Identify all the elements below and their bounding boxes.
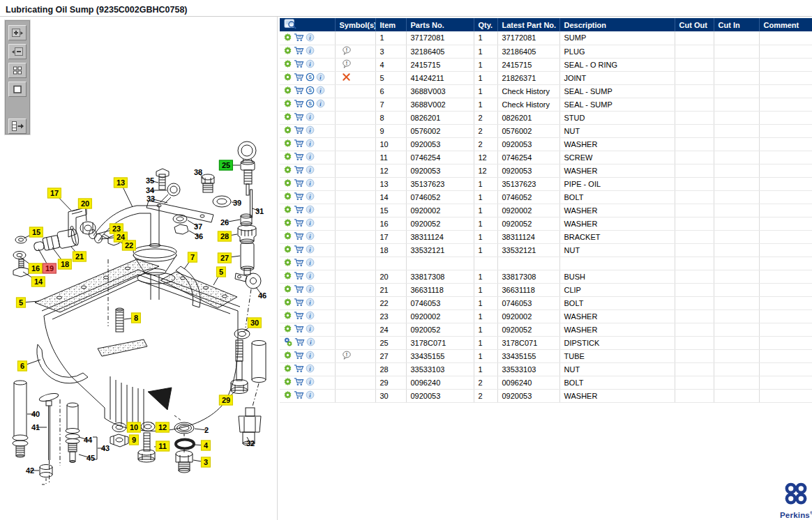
callout-11[interactable]: 11 (156, 441, 170, 452)
configure-icon[interactable] (283, 112, 292, 123)
callout-38[interactable]: 38 (191, 167, 205, 178)
callout-35[interactable]: 35 (143, 176, 157, 186)
info-icon[interactable]: i (306, 139, 315, 149)
configure-icon[interactable] (283, 46, 292, 56)
toggle-list-button[interactable] (8, 118, 27, 134)
configure-icon[interactable] (283, 298, 292, 308)
add-to-basket-icon[interactable] (294, 364, 304, 374)
add-to-basket-icon[interactable] (294, 218, 304, 229)
not-fitted-x-icon[interactable] (342, 75, 351, 83)
info-icon[interactable]: i (306, 351, 315, 361)
callout-46[interactable]: 46 (255, 291, 269, 301)
callout-42[interactable]: 42 (23, 466, 37, 476)
info-icon[interactable]: i (306, 271, 315, 282)
callout-7[interactable]: 7 (188, 252, 197, 263)
supersession-icon[interactable]: S (306, 99, 315, 109)
add-to-basket-icon[interactable] (294, 351, 304, 361)
tile-windows-button[interactable] (8, 63, 27, 78)
configure-icon[interactable] (283, 165, 292, 176)
table-row-item-30[interactable]: i30092005320920053WASHER (280, 389, 812, 402)
table-row-item-12[interactable]: i120920053120920053WASHER (280, 164, 812, 177)
add-to-basket-icon[interactable] (294, 33, 304, 43)
callout-44[interactable]: 44 (81, 435, 95, 445)
info-icon[interactable]: i (306, 112, 315, 123)
callout-33[interactable]: 33 (144, 194, 158, 204)
add-to-basket-icon[interactable] (294, 165, 304, 176)
table-row-item-13[interactable]: i1335137623135137623PIPE - OIL (280, 177, 812, 190)
info-icon[interactable]: i (306, 324, 315, 335)
info-icon[interactable]: i (306, 33, 315, 43)
add-to-basket-icon[interactable] (294, 112, 304, 123)
callout-37[interactable]: 37 (191, 222, 205, 232)
table-row-item-11[interactable]: i110746254120746254SCREW (280, 151, 812, 164)
configure-icon[interactable] (283, 152, 292, 162)
configure-icon[interactable] (283, 377, 292, 388)
table-row-item-19[interactable]: i19056024410560244OLIVE (280, 257, 812, 270)
configure-icon[interactable] (283, 139, 292, 149)
configure-icon[interactable] (283, 231, 292, 242)
callout-16[interactable]: 16 (29, 263, 43, 274)
info-icon[interactable]: i (306, 178, 315, 189)
table-row-item-17[interactable]: i1738311124138311124BRACKET (280, 230, 812, 243)
table-row-item-29[interactable]: i29009624020096240BOLT (280, 376, 812, 389)
table-row-item-22[interactable]: i22074605310746053BOLT (280, 296, 812, 309)
callout-2[interactable]: 2 (202, 425, 211, 436)
table-row-item-28[interactable]: i2833533103133533103NUT (280, 362, 812, 376)
configure-icon[interactable] (283, 390, 292, 401)
table-row-item-16[interactable]: i16092005210920052WASHER (280, 217, 812, 230)
configure-icon[interactable] (283, 351, 292, 361)
callout-39[interactable]: 39 (230, 198, 244, 208)
single-window-button[interactable] (8, 82, 27, 97)
add-to-basket-icon[interactable] (294, 72, 304, 83)
info-icon[interactable]: i (316, 99, 325, 109)
callout-6[interactable]: 6 (17, 361, 27, 372)
callout-10[interactable]: 10 (127, 422, 141, 433)
add-to-basket-icon[interactable] (294, 337, 305, 348)
table-row-item-15[interactable]: i15092000210920002WASHER (280, 204, 812, 217)
add-to-basket-icon[interactable] (294, 258, 304, 268)
info-icon[interactable]: i (306, 46, 315, 56)
callout-25[interactable]: 25 (219, 160, 233, 171)
configure-icon[interactable] (283, 218, 292, 229)
configure-icon[interactable] (283, 33, 292, 43)
callout-43[interactable]: 43 (98, 443, 112, 454)
callout-18[interactable]: 18 (58, 259, 72, 270)
add-to-basket-icon[interactable] (294, 86, 304, 96)
add-to-basket-icon[interactable] (294, 192, 304, 202)
info-icon[interactable]: i (306, 192, 315, 202)
callout-28[interactable]: 28 (218, 231, 232, 242)
callout-21[interactable]: 21 (73, 252, 87, 262)
callout-5[interactable]: 5 (16, 298, 26, 308)
configure-icon[interactable] (283, 59, 292, 70)
table-row-item-3[interactable]: i!332186405132186405PLUG (280, 45, 812, 58)
callout-9[interactable]: 9 (129, 435, 139, 445)
info-icon[interactable]: i (306, 311, 315, 321)
info-icon[interactable]: i (306, 231, 315, 242)
add-to-basket-icon[interactable] (294, 178, 304, 189)
callout-27[interactable]: 27 (218, 253, 232, 263)
info-icon[interactable]: i (316, 86, 325, 96)
callout-31[interactable]: 31 (253, 206, 266, 217)
configure-icon[interactable] (283, 245, 292, 255)
info-icon[interactable]: i (306, 59, 315, 70)
configure-icon[interactable] (283, 271, 292, 282)
add-to-basket-icon[interactable] (294, 125, 304, 136)
callout-22[interactable]: 22 (122, 240, 136, 251)
callout-19[interactable]: 19 (43, 263, 57, 274)
info-icon[interactable]: i (316, 72, 325, 83)
configure-icon[interactable] (283, 258, 292, 268)
info-icon[interactable]: i (306, 377, 315, 388)
add-to-basket-icon[interactable] (294, 298, 304, 308)
add-to-basket-icon[interactable] (294, 99, 304, 109)
add-to-basket-icon[interactable] (294, 390, 304, 401)
add-to-basket-icon[interactable] (294, 152, 304, 162)
add-to-basket-icon[interactable] (294, 231, 304, 242)
add-to-basket-icon[interactable] (294, 311, 304, 321)
info-icon[interactable]: i (306, 337, 315, 348)
zoom-in-button[interactable] (8, 25, 27, 40)
note-balloon-icon[interactable]: ! (342, 49, 352, 57)
table-row-item-5[interactable]: Si541424211121826371JOINT (280, 71, 812, 84)
callout-29[interactable]: 29 (219, 395, 233, 406)
configure-icon[interactable] (283, 324, 292, 335)
info-icon[interactable]: i (306, 364, 315, 374)
